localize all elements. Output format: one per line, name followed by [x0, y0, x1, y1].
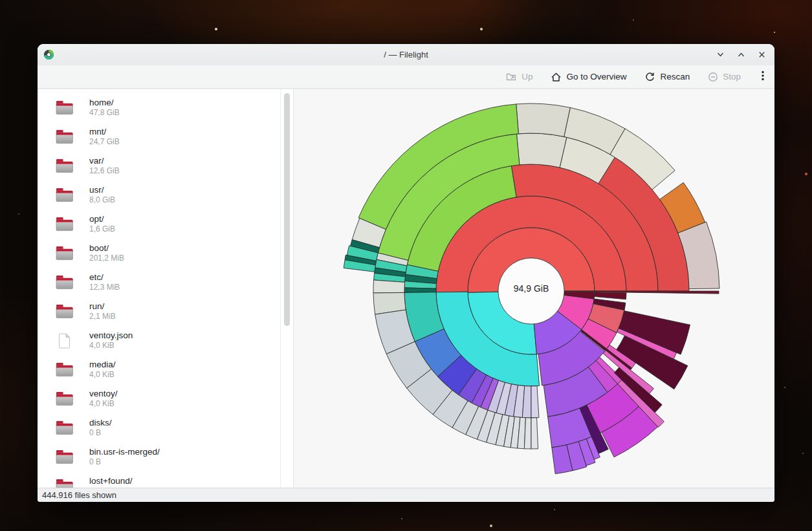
sunburst-segment[interactable]: [373, 280, 404, 293]
stars-decoration: [0, 0, 1, 1]
chart-panel: 94,9 GiB: [293, 89, 774, 488]
red-folder-icon: [55, 158, 74, 173]
stop-button: Stop: [701, 69, 747, 85]
sunburst-segment[interactable]: [531, 418, 538, 449]
file-icon: [58, 333, 71, 349]
refresh-icon: [644, 72, 655, 82]
item-size: 4,0 KiB: [89, 370, 116, 380]
sidebar-item-ventoy.json[interactable]: ventoy.json 4,0 KiB: [38, 326, 280, 355]
item-size: 47,8 GiB: [89, 108, 120, 118]
stop-label: Stop: [723, 72, 741, 81]
item-size: 4,0 KiB: [89, 341, 133, 351]
kebab-menu-icon: [762, 70, 764, 81]
item-size: 4,0 KiB: [89, 399, 118, 409]
red-folder-icon: [55, 129, 74, 144]
red-folder-icon: [55, 450, 74, 464]
item-name: var/: [89, 156, 120, 166]
rescan-label: Rescan: [660, 72, 690, 81]
up-label: Up: [521, 72, 532, 81]
red-folder-icon: [55, 217, 74, 232]
close-icon: [758, 50, 766, 59]
red-folder-icon: [55, 479, 74, 488]
sidebar-item-etc[interactable]: etc/ 12,3 MiB: [38, 268, 280, 297]
main-content: home/ 47,8 GiB: [38, 89, 774, 488]
item-name: disks/: [89, 418, 112, 428]
sidebar-item-lost+found[interactable]: lost+found/ 0 B: [38, 471, 280, 488]
chevron-down-icon: [716, 50, 725, 59]
filelight-logo-icon: [43, 49, 54, 60]
red-folder-icon: [55, 304, 74, 319]
scrollbar-track[interactable]: [280, 89, 293, 488]
overflow-menu-button[interactable]: [756, 67, 769, 86]
item-name: bin.usr-is-merged/: [89, 447, 160, 457]
item-name: etc/: [89, 272, 120, 283]
folder-up-icon: [506, 72, 517, 81]
item-name: home/: [89, 98, 120, 108]
item-name: boot/: [89, 243, 124, 254]
item-name: media/: [89, 360, 116, 370]
sunburst-segment[interactable]: [524, 418, 531, 449]
window-title: / — Filelight: [38, 50, 774, 60]
overview-label: Go to Overview: [566, 72, 626, 81]
item-size: 0 B: [89, 457, 160, 467]
total-size-label: 94,9 GiB: [494, 283, 568, 294]
item-size: 2,1 MiB: [89, 312, 116, 321]
go-to-overview-button[interactable]: Go to Overview: [544, 69, 633, 85]
sidebar-item-home[interactable]: home/ 47,8 GiB: [38, 93, 280, 122]
filelight-window: / — Filelight Up Go: [38, 44, 774, 502]
item-size: 12,3 MiB: [89, 283, 120, 292]
sidebar-item-opt[interactable]: opt/ 1,6 GiB: [38, 210, 280, 239]
maximize-button[interactable]: [733, 47, 749, 63]
sidebar-item-usr[interactable]: usr/ 8,0 GiB: [38, 180, 280, 210]
item-name: ventoy/: [89, 389, 118, 399]
red-folder-icon: [55, 188, 74, 202]
sidebar-item-media[interactable]: media/ 4,0 KiB: [38, 355, 280, 384]
item-name: usr/: [89, 185, 115, 195]
item-size: 8,0 GiB: [89, 195, 115, 205]
home-icon: [551, 72, 562, 82]
titlebar[interactable]: / — Filelight: [38, 44, 774, 65]
sidebar-item-mnt[interactable]: mnt/ 24,7 GiB: [38, 122, 280, 151]
item-name: ventoy.json: [89, 331, 133, 341]
item-size: 12,6 GiB: [89, 166, 120, 176]
toolbar: Up Go to Overview Rescan Stop: [38, 65, 774, 89]
red-folder-icon: [55, 100, 74, 115]
rescan-button[interactable]: Rescan: [638, 69, 696, 85]
sidebar-item-ventoy[interactable]: ventoy/ 4,0 KiB: [38, 384, 280, 413]
sidebar: home/ 47,8 GiB: [38, 89, 293, 488]
statusbar: 444.916 files shown: [38, 488, 774, 502]
item-name: mnt/: [89, 127, 120, 137]
sunburst-segment[interactable]: [516, 103, 571, 136]
sidebar-item-bin.usr-is-merged[interactable]: bin.usr-is-merged/ 0 B: [38, 442, 280, 471]
item-size: 24,7 GiB: [89, 137, 120, 147]
item-size: 1,6 GiB: [89, 224, 115, 234]
sunburst-segment[interactable]: [516, 133, 566, 168]
item-size: 201,2 MiB: [89, 254, 124, 263]
up-button: Up: [499, 69, 539, 85]
sidebar-item-boot[interactable]: boot/ 201,2 MiB: [38, 239, 280, 268]
red-folder-icon: [55, 275, 74, 290]
status-text: 444.916 files shown: [42, 490, 116, 500]
item-size: 0 B: [89, 428, 112, 438]
item-name: opt/: [89, 214, 115, 224]
close-button[interactable]: [754, 47, 769, 63]
item-name: run/: [89, 301, 116, 312]
item-name: lost+found/: [89, 476, 132, 486]
sunburst-segment[interactable]: [595, 292, 626, 299]
stop-icon: [708, 72, 718, 82]
sidebar-item-var[interactable]: var/ 12,6 GiB: [38, 151, 280, 180]
red-folder-icon: [55, 362, 74, 377]
sidebar-item-disks[interactable]: disks/ 0 B: [38, 413, 280, 442]
sunburst-segment[interactable]: [531, 386, 539, 418]
sidebar-item-run[interactable]: run/ 2,1 MiB: [38, 297, 280, 326]
chevron-up-icon: [737, 50, 745, 59]
red-folder-icon: [55, 420, 74, 435]
minimize-button[interactable]: [712, 47, 728, 63]
red-folder-icon: [55, 246, 74, 261]
scrollbar-thumb[interactable]: [284, 93, 290, 326]
red-folder-icon: [55, 391, 74, 406]
file-list: home/ 47,8 GiB: [38, 93, 280, 488]
sunburst-segment[interactable]: [404, 288, 436, 293]
